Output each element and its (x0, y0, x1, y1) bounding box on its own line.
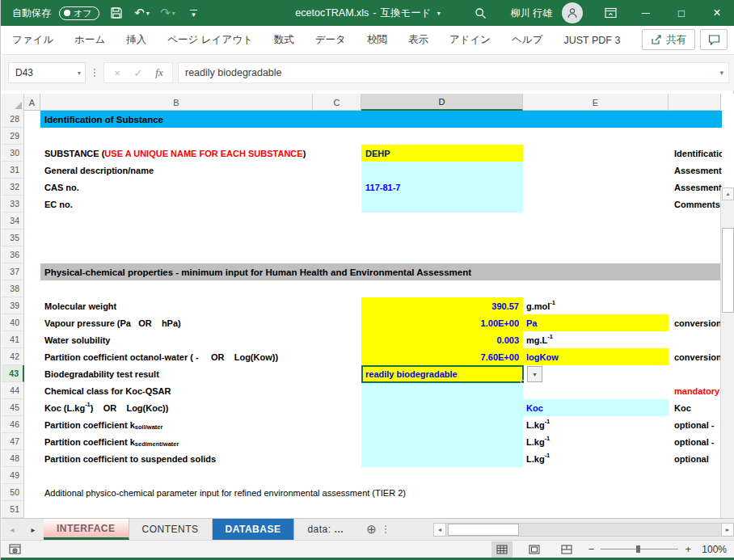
share-button[interactable]: 共有 (642, 29, 695, 50)
sheet-tab-contents[interactable]: CONTENTS (129, 519, 213, 540)
minimize-button[interactable] (628, 0, 664, 26)
label-biodegradability[interactable]: Biodegradability test result (40, 365, 313, 382)
tab-just-pdf-3[interactable]: JUST PDF 3 (553, 26, 631, 55)
note-optional[interactable]: optional - (669, 433, 722, 450)
sheet-tab-data[interactable]: data: ... (294, 519, 356, 540)
note-koc[interactable]: Koc (669, 399, 722, 416)
label-suspended-solids[interactable]: Partition coefficient to suspended solid… (40, 450, 313, 467)
label-general-description[interactable]: General description/name (40, 162, 313, 179)
row-header[interactable]: 35 (2, 229, 24, 246)
sheet-tab-database[interactable]: DATABASE (213, 519, 295, 540)
tab-insert[interactable]: 挿入 (116, 26, 157, 55)
column-header-e[interactable]: E (523, 94, 669, 111)
cell-k-sediment-value[interactable] (361, 433, 523, 450)
row-header[interactable]: 31 (2, 162, 24, 179)
label-cas-no[interactable]: CAS no. (40, 179, 313, 196)
row-header[interactable]: 47 (2, 433, 24, 450)
cell-biodegradability-value[interactable]: readily biodegradable (361, 365, 523, 382)
horizontal-scroll-thumb[interactable] (448, 524, 519, 536)
horizontal-scroll-track[interactable] (446, 523, 721, 537)
row-header[interactable]: 30 (2, 145, 24, 162)
note-optional[interactable]: optional - (669, 416, 722, 433)
tab-help[interactable]: ヘルプ (501, 26, 553, 55)
row-header[interactable]: 39 (2, 297, 24, 314)
ribbon-display-options-icon[interactable] (593, 0, 628, 26)
cell-substance-value[interactable]: DEHP (361, 145, 523, 162)
unit-gmol[interactable]: g.mol-1 (523, 297, 669, 314)
horizontal-scrollbar[interactable]: ◂ ▸ (433, 519, 734, 541)
label-substance[interactable]: SUBSTANCE (USE A UNIQUE NAME FOR EACH SU… (40, 145, 313, 162)
tab-page-layout[interactable]: ページ レイアウト (157, 26, 264, 55)
zoom-level[interactable]: 100% (698, 544, 727, 555)
cell-water-solubility-value[interactable]: 0.003 (361, 331, 523, 348)
unit-pa[interactable]: Pa (523, 314, 669, 331)
row-header[interactable]: 28 (2, 111, 24, 128)
row-header[interactable]: 44 (2, 382, 24, 399)
row-header[interactable]: 48 (2, 450, 24, 467)
unit-mgl[interactable]: mg.L-1 (523, 331, 669, 348)
label-koc[interactable]: Koc (L.kg-1) OR Log(Koc)) (40, 399, 313, 416)
label-tier2-note[interactable]: Additional physico-chemical parameter in… (40, 484, 722, 501)
row-header-selected[interactable]: 43 (2, 365, 24, 382)
new-sheet-icon[interactable]: ⊕ (365, 523, 378, 537)
normal-view-button[interactable] (491, 541, 513, 558)
row-header[interactable]: 29 (2, 128, 24, 145)
formula-bar-expand-icon[interactable]: ▾ (719, 69, 723, 77)
column-header-a[interactable]: A (24, 94, 40, 111)
cell-cas-no-value[interactable]: 117-81-7 (361, 179, 523, 196)
sheet-tab-interface[interactable]: INTERFACE (44, 519, 129, 540)
page-layout-view-button[interactable] (524, 541, 545, 558)
unit-logkow[interactable]: logKow (523, 348, 669, 365)
label-chemical-class-koc[interactable]: Chemical class for Koc-QSAR (40, 382, 313, 399)
unit-lkg[interactable]: L.kg-1 (523, 416, 669, 433)
comments-button[interactable] (700, 29, 728, 50)
cell-vapour-pressure-value[interactable]: 1.00E+00 (361, 314, 523, 331)
row-header[interactable]: 46 (2, 416, 24, 433)
note-conversion[interactable]: conversion (669, 348, 722, 365)
note-assesment[interactable]: Assesment (669, 162, 722, 179)
row-header[interactable]: 37 (2, 263, 24, 280)
vertical-scroll-thumb[interactable] (722, 228, 734, 313)
page-break-preview-button[interactable] (556, 541, 577, 558)
column-header-c[interactable]: C (313, 94, 361, 111)
cell-k-soil-value[interactable] (361, 416, 523, 433)
tab-home[interactable]: ホーム (64, 26, 116, 55)
zoom-slider-thumb[interactable] (636, 545, 640, 553)
row-header[interactable]: 49 (2, 467, 24, 484)
section-header-physchem[interactable]: Physical-chemical properties - minimum i… (40, 263, 722, 280)
tab-review[interactable]: 校閲 (356, 26, 398, 55)
note-mandatory[interactable]: mandatory (669, 382, 722, 399)
scroll-left-arrow[interactable]: ◂ (433, 523, 446, 537)
label-vapour-pressure[interactable]: Vapour pressure (Pa OR hPa) (40, 314, 313, 331)
cell-logkow-value[interactable]: 7.60E+00 (361, 348, 523, 365)
sheet-nav-left-icon[interactable]: ◂ (2, 525, 23, 534)
label-water-solubility[interactable]: Water solubility (40, 331, 313, 348)
column-header-f-partial[interactable] (669, 94, 721, 111)
row-header[interactable]: 38 (2, 280, 24, 297)
user-name[interactable]: 柳川 行雄 (511, 6, 552, 20)
column-header-b[interactable]: B (40, 94, 313, 111)
row-header[interactable]: 50 (2, 484, 24, 501)
formula-input[interactable]: readily biodegradable ▾ (178, 62, 729, 83)
note-conversion[interactable]: conversion (669, 314, 722, 331)
row-header[interactable]: 51 (2, 501, 24, 518)
label-ec-no[interactable]: EC no. (40, 196, 313, 213)
cell-koc-value[interactable] (361, 399, 523, 416)
label-partition-octanol-water[interactable]: Partition coefficient octanol-water ( - … (40, 348, 313, 365)
sheet-nav-right-icon[interactable]: ▸ (23, 525, 44, 534)
maximize-button[interactable]: □ (664, 0, 699, 26)
note-optional[interactable]: optional (669, 450, 722, 467)
label-k-sediment-water[interactable]: Partition coefficient ksediment/water (40, 433, 313, 450)
tab-addins[interactable]: アドイン (439, 26, 501, 55)
cancel-icon[interactable]: × (108, 67, 127, 79)
unit-lkg[interactable]: L.kg-1 (523, 433, 669, 450)
label-k-soil-water[interactable]: Partition coefficient ksoil/water (40, 416, 313, 433)
zoom-out-button[interactable]: − (588, 543, 595, 555)
undo-button[interactable]: ↶▾ (133, 2, 151, 23)
close-button[interactable]: × (699, 0, 734, 26)
quick-access-toolbar-menu[interactable]: ▾ (185, 2, 203, 23)
unit-lkg[interactable]: L.kg-1 (523, 450, 669, 467)
insert-function-icon[interactable]: fx (150, 66, 169, 79)
row-header[interactable]: 45 (2, 399, 24, 416)
row-header[interactable]: 32 (2, 179, 24, 196)
